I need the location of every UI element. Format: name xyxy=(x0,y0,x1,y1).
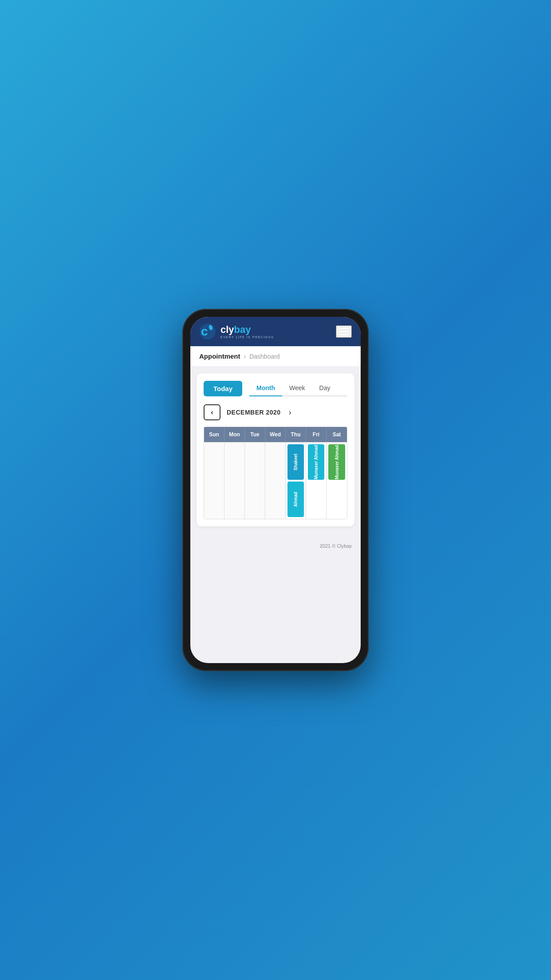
calendar-grid: Sun Mon Tue Wed Thu Fri Sat xyxy=(204,427,347,519)
cal-cell-tue xyxy=(245,443,265,519)
tab-options: Month Week Day xyxy=(249,380,347,396)
footer-text: 2021 © Clybay xyxy=(320,543,352,549)
appointment-munaser-sat[interactable]: Munaser Ahmad xyxy=(328,444,345,480)
calendar-body-row: Shakeel Ahmad Munaser Ahmad Munaser Ahma… xyxy=(204,442,347,519)
svg-text:c: c xyxy=(201,324,208,338)
header-tue: Tue xyxy=(245,427,265,442)
tab-day[interactable]: Day xyxy=(312,380,338,395)
brand-name: clybay xyxy=(220,325,274,335)
cal-cell-sat: Munaser Ahmad xyxy=(327,443,347,519)
month-label: DECEMBER 2020 xyxy=(227,409,281,416)
hamburger-line-2 xyxy=(338,331,349,332)
next-month-button[interactable]: › xyxy=(287,406,293,419)
menu-button[interactable] xyxy=(336,325,352,338)
appointment-ahmad[interactable]: Ahmad xyxy=(287,482,304,517)
logo-icon: c xyxy=(199,323,216,340)
cal-cell-sun xyxy=(204,443,224,519)
tab-month[interactable]: Month xyxy=(249,380,282,395)
header-wed: Wed xyxy=(265,427,286,442)
cal-cell-wed xyxy=(265,443,286,519)
breadcrumb-sub: Dashboard xyxy=(249,353,280,360)
breadcrumb: Appointment › Dashboard xyxy=(190,346,361,366)
tagline: EVERY LIFE IS PRECIOUS xyxy=(220,336,274,339)
main-content: Today Month Week Day ‹ DECEMBER 2020 › xyxy=(190,366,361,533)
phone-screen: c clybay EVERY LIFE IS PRECIOUS App xyxy=(190,317,361,663)
phone-frame: c clybay EVERY LIFE IS PRECIOUS App xyxy=(182,309,369,671)
view-tabs: Today Month Week Day xyxy=(204,380,347,396)
cal-cell-fri: Munaser Ahmad xyxy=(306,443,327,519)
header-mon: Mon xyxy=(224,427,245,442)
appointment-munaser-fri[interactable]: Munaser Ahmad xyxy=(308,444,324,480)
logo-area: c clybay EVERY LIFE IS PRECIOUS xyxy=(199,323,274,340)
hamburger-line-3 xyxy=(338,334,349,335)
header-sun: Sun xyxy=(204,427,224,442)
header-sat: Sat xyxy=(327,427,347,442)
logo-text: clybay EVERY LIFE IS PRECIOUS xyxy=(220,325,274,339)
tab-week[interactable]: Week xyxy=(282,380,312,395)
cal-cell-thu: Shakeel Ahmad xyxy=(286,443,306,519)
cal-cell-mon xyxy=(224,443,245,519)
calendar-header-row: Sun Mon Tue Wed Thu Fri Sat xyxy=(204,427,347,442)
appointment-shakeel[interactable]: Shakeel xyxy=(287,444,304,480)
prev-month-button[interactable]: ‹ xyxy=(204,404,220,420)
hamburger-line-1 xyxy=(338,328,349,329)
header-fri: Fri xyxy=(306,427,327,442)
breadcrumb-main: Appointment xyxy=(199,352,240,360)
breadcrumb-separator: › xyxy=(244,353,246,360)
header-thu: Thu xyxy=(286,427,306,442)
today-button[interactable]: Today xyxy=(204,381,242,396)
calendar-card: Today Month Week Day ‹ DECEMBER 2020 › xyxy=(197,373,354,526)
navbar: c clybay EVERY LIFE IS PRECIOUS xyxy=(190,317,361,346)
footer: 2021 © Clybay xyxy=(190,533,361,559)
month-nav: ‹ DECEMBER 2020 › xyxy=(204,404,347,420)
